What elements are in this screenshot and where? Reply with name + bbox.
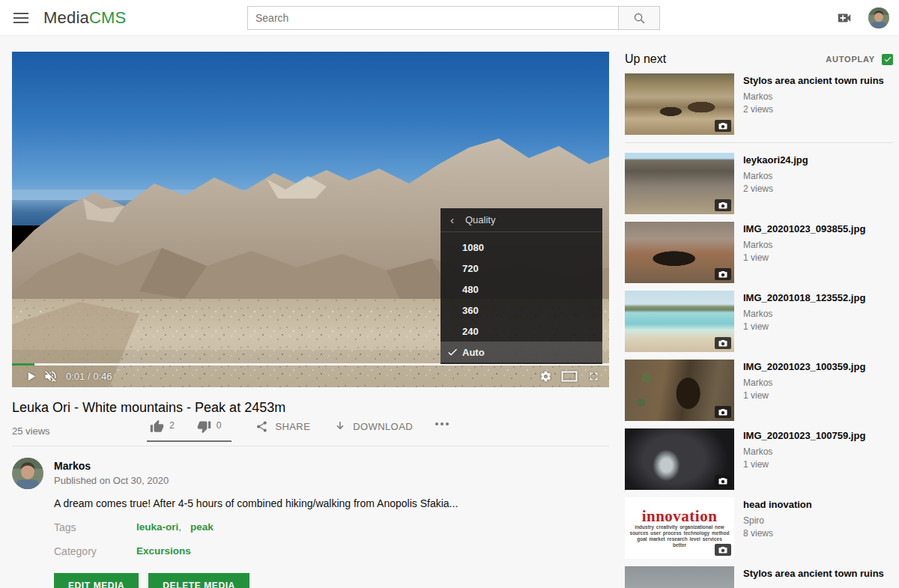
mute-button[interactable] bbox=[40, 366, 60, 386]
tag-link[interactable]: peak bbox=[190, 521, 214, 533]
edit-media-button[interactable]: EDIT MEDIA bbox=[54, 573, 139, 588]
theater-mode-icon bbox=[561, 371, 578, 382]
camera-icon bbox=[718, 477, 727, 485]
quality-option-480[interactable]: 480 bbox=[441, 279, 602, 300]
volume-muted-icon bbox=[43, 369, 58, 384]
list-item[interactable]: innovation industry creativity organizat… bbox=[625, 497, 893, 559]
category-row: Category Excursions bbox=[54, 545, 191, 557]
avatar-photo-icon bbox=[12, 458, 43, 489]
item-views: 1 view bbox=[743, 252, 893, 263]
camera-icon bbox=[718, 339, 727, 347]
video-description: A dream comes true! After 4-5 hours of c… bbox=[54, 497, 518, 509]
search-icon bbox=[633, 12, 646, 25]
thumbnail bbox=[625, 73, 734, 135]
gear-icon bbox=[539, 370, 552, 383]
list-item[interactable]: Stylos area ancient town ruins bbox=[625, 566, 893, 588]
download-icon bbox=[334, 420, 346, 432]
list-item[interactable]: IMG_20201023_100359.jpg Markos 1 view bbox=[625, 360, 893, 421]
item-title: leykaori24.jpg bbox=[743, 154, 893, 166]
quality-menu-back[interactable]: ‹ Quality bbox=[441, 208, 602, 232]
quality-option-240[interactable]: 240 bbox=[441, 321, 602, 342]
video-camera-plus-icon bbox=[836, 10, 853, 26]
item-views: 1 view bbox=[743, 321, 893, 332]
item-author: Markos bbox=[743, 171, 893, 181]
thumbnail bbox=[625, 291, 734, 352]
quality-option-1080[interactable]: 1080 bbox=[441, 237, 602, 258]
thumbnail bbox=[625, 566, 734, 588]
author-avatar[interactable] bbox=[12, 458, 43, 489]
item-title: IMG_20201018_123552.jpg bbox=[743, 292, 893, 304]
camera-icon bbox=[718, 546, 727, 554]
download-button[interactable]: DOWNLOAD bbox=[334, 420, 413, 432]
menu-icon[interactable] bbox=[13, 13, 28, 23]
item-author: Markos bbox=[743, 240, 893, 250]
category-link[interactable]: Excursions bbox=[136, 545, 191, 557]
video-player[interactable]: ‹ Quality 1080 720 480 360 240 Auto 0:01… bbox=[12, 52, 609, 387]
list-item[interactable]: leykaori24.jpg Markos 2 views bbox=[625, 153, 893, 214]
camera-icon bbox=[718, 408, 727, 416]
thumbnail bbox=[625, 428, 734, 490]
author-name[interactable]: Markos bbox=[54, 460, 169, 472]
thumbnail bbox=[625, 222, 734, 283]
thumbnail-word: innovation bbox=[642, 509, 718, 524]
list-item[interactable]: IMG_20201023_093855.jpg Markos 1 view bbox=[625, 222, 893, 283]
theater-mode-button[interactable] bbox=[560, 366, 579, 386]
upload-media-button[interactable] bbox=[836, 10, 853, 29]
check-icon bbox=[447, 346, 458, 358]
quality-option-360[interactable]: 360 bbox=[441, 300, 602, 321]
chevron-left-icon: ‹ bbox=[450, 213, 454, 226]
fullscreen-button[interactable] bbox=[584, 366, 603, 386]
divider bbox=[12, 446, 609, 446]
time-display: 0:01 / 0:46 bbox=[66, 371, 112, 382]
item-title: IMG_20201023_100359.jpg bbox=[743, 361, 893, 373]
thumbnail bbox=[625, 153, 734, 214]
item-views: 2 views bbox=[743, 184, 893, 194]
list-item[interactable]: Stylos area ancient town ruins Markos 2 … bbox=[625, 73, 893, 135]
quality-menu-title: Quality bbox=[465, 214, 495, 225]
like-button[interactable]: 2 bbox=[150, 419, 175, 434]
player-controls: 0:01 / 0:46 bbox=[12, 365, 609, 387]
item-author: Markos bbox=[743, 309, 893, 319]
up-next-sidebar: Up next AUTOPLAY Stylos area ancient tow… bbox=[625, 52, 893, 588]
check-icon bbox=[883, 55, 892, 64]
search-bar bbox=[247, 6, 660, 30]
like-count: 2 bbox=[169, 420, 175, 431]
like-dislike-group: 2 0 bbox=[147, 415, 231, 442]
delete-media-button[interactable]: DELETE MEDIA bbox=[148, 573, 249, 588]
autoplay-label: AUTOPLAY bbox=[826, 55, 875, 64]
camera-icon bbox=[718, 122, 727, 130]
camera-icon bbox=[718, 201, 727, 209]
dislike-button[interactable]: 0 bbox=[197, 419, 222, 434]
logo-cms: CMS bbox=[89, 8, 127, 27]
autoplay-checkbox[interactable] bbox=[882, 54, 893, 65]
play-icon bbox=[25, 371, 37, 382]
author-section: Markos Published on Oct 30, 2020 bbox=[12, 458, 169, 489]
logo[interactable]: MediaCMS bbox=[43, 8, 126, 28]
search-input[interactable] bbox=[247, 6, 619, 30]
settings-button[interactable] bbox=[536, 366, 555, 386]
item-title: IMG_20201023_100759.jpg bbox=[743, 430, 893, 442]
action-bar: 2 0 SHARE DOWNLOAD bbox=[12, 415, 609, 446]
list-item[interactable]: IMG_20201018_123552.jpg Markos 1 view bbox=[625, 291, 893, 352]
category-label: Category bbox=[54, 545, 136, 557]
item-views: 2 views bbox=[743, 104, 893, 115]
play-button[interactable] bbox=[21, 366, 40, 386]
user-avatar[interactable] bbox=[868, 7, 889, 28]
autoplay-toggle[interactable]: AUTOPLAY bbox=[826, 54, 893, 65]
search-button[interactable] bbox=[619, 6, 660, 30]
fullscreen-icon bbox=[587, 370, 600, 383]
more-options-button[interactable] bbox=[435, 422, 449, 425]
quality-option-720[interactable]: 720 bbox=[441, 258, 602, 279]
item-views: 1 view bbox=[743, 390, 893, 401]
list-item[interactable]: IMG_20201023_100759.jpg Markos 1 view bbox=[625, 428, 893, 490]
share-button[interactable]: SHARE bbox=[255, 420, 310, 433]
tag-link[interactable]: leuka-ori bbox=[136, 521, 181, 533]
up-next-title: Up next bbox=[625, 52, 666, 66]
item-title: Stylos area ancient town ruins bbox=[743, 75, 893, 87]
item-views: 1 view bbox=[743, 459, 893, 470]
avatar-photo-icon bbox=[868, 7, 889, 28]
quality-option-auto[interactable]: Auto bbox=[441, 342, 602, 363]
publish-date: Published on Oct 30, 2020 bbox=[54, 475, 169, 486]
top-header: MediaCMS bbox=[0, 0, 899, 36]
thumbnail bbox=[625, 360, 734, 421]
